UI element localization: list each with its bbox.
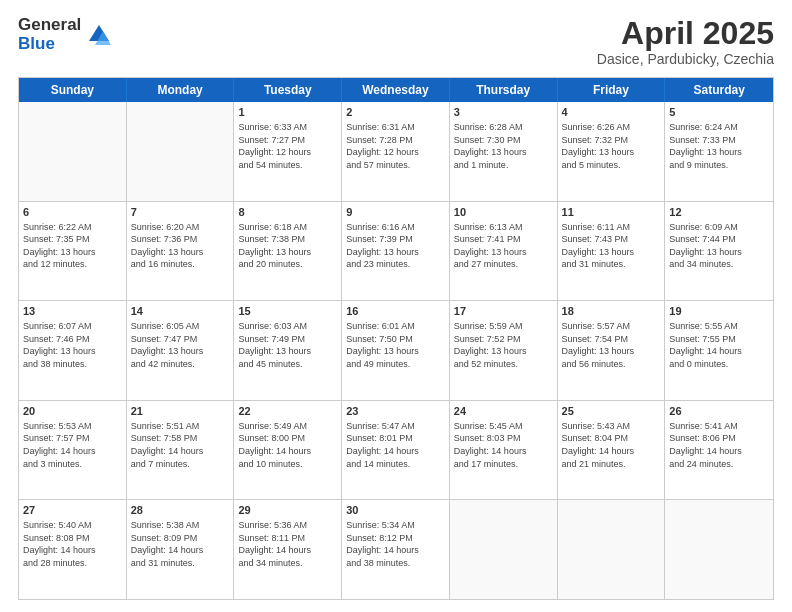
header: General Blue April 2025 Dasice, Pardubic… xyxy=(18,16,774,67)
calendar-cell: 7Sunrise: 6:20 AM Sunset: 7:36 PM Daylig… xyxy=(127,202,235,301)
cell-info: Sunrise: 5:36 AM Sunset: 8:11 PM Dayligh… xyxy=(238,519,337,569)
subtitle: Dasice, Pardubicky, Czechia xyxy=(597,51,774,67)
day-number: 20 xyxy=(23,404,122,419)
cell-info: Sunrise: 6:05 AM Sunset: 7:47 PM Dayligh… xyxy=(131,320,230,370)
day-number: 27 xyxy=(23,503,122,518)
calendar-cell: 21Sunrise: 5:51 AM Sunset: 7:58 PM Dayli… xyxy=(127,401,235,500)
day-number: 30 xyxy=(346,503,445,518)
calendar-row: 6Sunrise: 6:22 AM Sunset: 7:35 PM Daylig… xyxy=(19,202,773,302)
calendar-cell: 8Sunrise: 6:18 AM Sunset: 7:38 PM Daylig… xyxy=(234,202,342,301)
cell-info: Sunrise: 6:11 AM Sunset: 7:43 PM Dayligh… xyxy=(562,221,661,271)
day-number: 7 xyxy=(131,205,230,220)
cell-info: Sunrise: 5:38 AM Sunset: 8:09 PM Dayligh… xyxy=(131,519,230,569)
cell-info: Sunrise: 5:59 AM Sunset: 7:52 PM Dayligh… xyxy=(454,320,553,370)
day-number: 6 xyxy=(23,205,122,220)
page: General Blue April 2025 Dasice, Pardubic… xyxy=(0,0,792,612)
calendar-cell: 9Sunrise: 6:16 AM Sunset: 7:39 PM Daylig… xyxy=(342,202,450,301)
cell-info: Sunrise: 5:40 AM Sunset: 8:08 PM Dayligh… xyxy=(23,519,122,569)
calendar-row: 27Sunrise: 5:40 AM Sunset: 8:08 PM Dayli… xyxy=(19,500,773,599)
title-block: April 2025 Dasice, Pardubicky, Czechia xyxy=(597,16,774,67)
day-number: 13 xyxy=(23,304,122,319)
day-number: 24 xyxy=(454,404,553,419)
calendar-cell: 18Sunrise: 5:57 AM Sunset: 7:54 PM Dayli… xyxy=(558,301,666,400)
cell-info: Sunrise: 6:24 AM Sunset: 7:33 PM Dayligh… xyxy=(669,121,769,171)
cell-info: Sunrise: 6:18 AM Sunset: 7:38 PM Dayligh… xyxy=(238,221,337,271)
cell-info: Sunrise: 5:57 AM Sunset: 7:54 PM Dayligh… xyxy=(562,320,661,370)
cell-info: Sunrise: 5:55 AM Sunset: 7:55 PM Dayligh… xyxy=(669,320,769,370)
cell-info: Sunrise: 6:16 AM Sunset: 7:39 PM Dayligh… xyxy=(346,221,445,271)
calendar-cell: 14Sunrise: 6:05 AM Sunset: 7:47 PM Dayli… xyxy=(127,301,235,400)
calendar-cell: 5Sunrise: 6:24 AM Sunset: 7:33 PM Daylig… xyxy=(665,102,773,201)
cell-info: Sunrise: 6:03 AM Sunset: 7:49 PM Dayligh… xyxy=(238,320,337,370)
day-number: 29 xyxy=(238,503,337,518)
cell-info: Sunrise: 6:22 AM Sunset: 7:35 PM Dayligh… xyxy=(23,221,122,271)
cell-info: Sunrise: 6:31 AM Sunset: 7:28 PM Dayligh… xyxy=(346,121,445,171)
cell-info: Sunrise: 5:53 AM Sunset: 7:57 PM Dayligh… xyxy=(23,420,122,470)
calendar-header: SundayMondayTuesdayWednesdayThursdayFrid… xyxy=(19,78,773,102)
calendar-cell: 3Sunrise: 6:28 AM Sunset: 7:30 PM Daylig… xyxy=(450,102,558,201)
calendar-cell: 13Sunrise: 6:07 AM Sunset: 7:46 PM Dayli… xyxy=(19,301,127,400)
calendar-row: 13Sunrise: 6:07 AM Sunset: 7:46 PM Dayli… xyxy=(19,301,773,401)
logo-icon xyxy=(85,21,113,49)
day-number: 23 xyxy=(346,404,445,419)
calendar-cell: 28Sunrise: 5:38 AM Sunset: 8:09 PM Dayli… xyxy=(127,500,235,599)
calendar-cell: 17Sunrise: 5:59 AM Sunset: 7:52 PM Dayli… xyxy=(450,301,558,400)
day-number: 17 xyxy=(454,304,553,319)
cell-info: Sunrise: 5:49 AM Sunset: 8:00 PM Dayligh… xyxy=(238,420,337,470)
day-number: 9 xyxy=(346,205,445,220)
day-number: 5 xyxy=(669,105,769,120)
calendar-cell: 6Sunrise: 6:22 AM Sunset: 7:35 PM Daylig… xyxy=(19,202,127,301)
calendar-cell: 15Sunrise: 6:03 AM Sunset: 7:49 PM Dayli… xyxy=(234,301,342,400)
header-day: Thursday xyxy=(450,78,558,102)
calendar-cell: 25Sunrise: 5:43 AM Sunset: 8:04 PM Dayli… xyxy=(558,401,666,500)
header-day: Wednesday xyxy=(342,78,450,102)
cell-info: Sunrise: 5:41 AM Sunset: 8:06 PM Dayligh… xyxy=(669,420,769,470)
header-day: Tuesday xyxy=(234,78,342,102)
day-number: 22 xyxy=(238,404,337,419)
cell-info: Sunrise: 5:34 AM Sunset: 8:12 PM Dayligh… xyxy=(346,519,445,569)
cell-info: Sunrise: 5:51 AM Sunset: 7:58 PM Dayligh… xyxy=(131,420,230,470)
header-day: Monday xyxy=(127,78,235,102)
calendar-cell: 30Sunrise: 5:34 AM Sunset: 8:12 PM Dayli… xyxy=(342,500,450,599)
calendar-cell: 27Sunrise: 5:40 AM Sunset: 8:08 PM Dayli… xyxy=(19,500,127,599)
day-number: 11 xyxy=(562,205,661,220)
day-number: 28 xyxy=(131,503,230,518)
day-number: 3 xyxy=(454,105,553,120)
calendar-cell xyxy=(19,102,127,201)
calendar-row: 1Sunrise: 6:33 AM Sunset: 7:27 PM Daylig… xyxy=(19,102,773,202)
calendar-cell: 10Sunrise: 6:13 AM Sunset: 7:41 PM Dayli… xyxy=(450,202,558,301)
day-number: 26 xyxy=(669,404,769,419)
cell-info: Sunrise: 6:20 AM Sunset: 7:36 PM Dayligh… xyxy=(131,221,230,271)
calendar-body: 1Sunrise: 6:33 AM Sunset: 7:27 PM Daylig… xyxy=(19,102,773,599)
header-day: Friday xyxy=(558,78,666,102)
cell-info: Sunrise: 6:33 AM Sunset: 7:27 PM Dayligh… xyxy=(238,121,337,171)
calendar-cell: 24Sunrise: 5:45 AM Sunset: 8:03 PM Dayli… xyxy=(450,401,558,500)
day-number: 1 xyxy=(238,105,337,120)
calendar-cell xyxy=(450,500,558,599)
header-day: Saturday xyxy=(665,78,773,102)
day-number: 25 xyxy=(562,404,661,419)
calendar-cell: 11Sunrise: 6:11 AM Sunset: 7:43 PM Dayli… xyxy=(558,202,666,301)
day-number: 4 xyxy=(562,105,661,120)
cell-info: Sunrise: 5:45 AM Sunset: 8:03 PM Dayligh… xyxy=(454,420,553,470)
logo-blue: Blue xyxy=(18,35,81,54)
cell-info: Sunrise: 6:13 AM Sunset: 7:41 PM Dayligh… xyxy=(454,221,553,271)
calendar-cell: 12Sunrise: 6:09 AM Sunset: 7:44 PM Dayli… xyxy=(665,202,773,301)
day-number: 14 xyxy=(131,304,230,319)
logo-general: General xyxy=(18,16,81,35)
calendar-cell: 20Sunrise: 5:53 AM Sunset: 7:57 PM Dayli… xyxy=(19,401,127,500)
calendar-cell: 16Sunrise: 6:01 AM Sunset: 7:50 PM Dayli… xyxy=(342,301,450,400)
day-number: 2 xyxy=(346,105,445,120)
calendar-cell: 26Sunrise: 5:41 AM Sunset: 8:06 PM Dayli… xyxy=(665,401,773,500)
day-number: 8 xyxy=(238,205,337,220)
cell-info: Sunrise: 6:09 AM Sunset: 7:44 PM Dayligh… xyxy=(669,221,769,271)
calendar-cell xyxy=(665,500,773,599)
cell-info: Sunrise: 5:43 AM Sunset: 8:04 PM Dayligh… xyxy=(562,420,661,470)
header-day: Sunday xyxy=(19,78,127,102)
calendar-cell: 4Sunrise: 6:26 AM Sunset: 7:32 PM Daylig… xyxy=(558,102,666,201)
calendar-cell: 22Sunrise: 5:49 AM Sunset: 8:00 PM Dayli… xyxy=(234,401,342,500)
month-title: April 2025 xyxy=(597,16,774,51)
calendar-cell: 1Sunrise: 6:33 AM Sunset: 7:27 PM Daylig… xyxy=(234,102,342,201)
calendar-cell: 19Sunrise: 5:55 AM Sunset: 7:55 PM Dayli… xyxy=(665,301,773,400)
cell-info: Sunrise: 6:26 AM Sunset: 7:32 PM Dayligh… xyxy=(562,121,661,171)
